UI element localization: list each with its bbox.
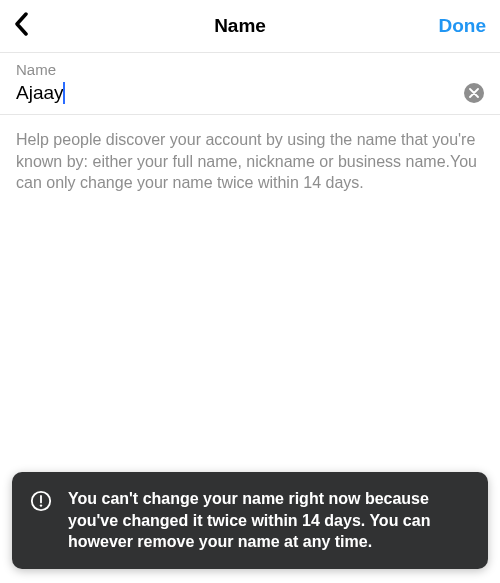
svg-point-2	[40, 505, 42, 507]
help-text: Help people discover your account by usi…	[0, 115, 500, 194]
chevron-left-icon	[14, 12, 30, 40]
name-input-value: Ajaay	[16, 82, 64, 104]
header-bar: Name Done	[0, 0, 500, 52]
text-cursor	[63, 82, 65, 104]
name-field-row: Ajaay	[16, 82, 484, 104]
back-button[interactable]	[14, 12, 50, 40]
error-toast: You can't change your name right now bec…	[12, 472, 488, 569]
name-field-section: Name Ajaay	[0, 52, 500, 115]
name-input[interactable]: Ajaay	[16, 82, 464, 104]
name-field-label: Name	[16, 61, 484, 78]
close-icon	[469, 84, 479, 102]
toast-message: You can't change your name right now bec…	[68, 488, 470, 553]
page-title: Name	[50, 15, 430, 37]
clear-input-button[interactable]	[464, 83, 484, 103]
done-button[interactable]: Done	[430, 15, 486, 37]
alert-icon	[30, 490, 52, 512]
